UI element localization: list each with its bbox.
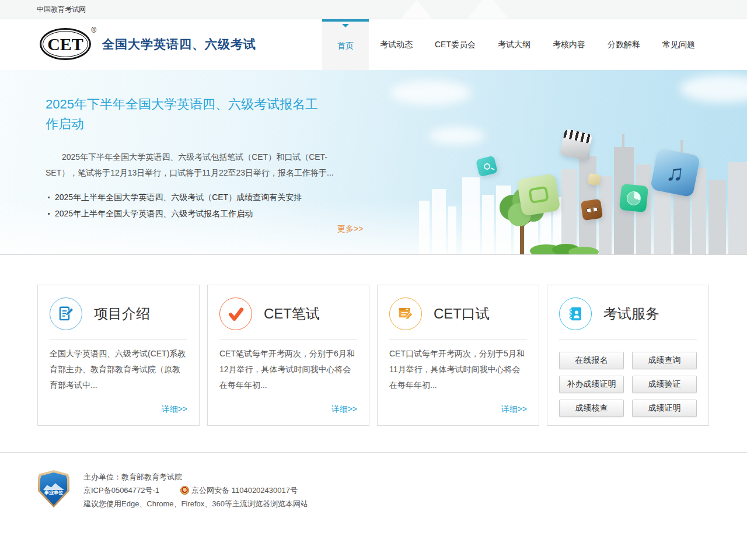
oral-test-icon (389, 298, 422, 330)
detail-link[interactable]: 详细>> (501, 404, 527, 415)
card-title: CET笔试 (264, 304, 320, 323)
hero-news-list: 2025年上半年全国大学英语四、六级考试（CET）成绩查询有关安排 2025年上… (47, 189, 302, 222)
divider (389, 339, 527, 340)
decor-cube-small (588, 173, 601, 186)
page: 中国教育考试网 CET ® 全国大学英语四、六级考试 首页 考试动态 CET委员… (0, 0, 747, 560)
nav-item-cet-committee[interactable]: CET委员会 (424, 19, 487, 70)
icp-filing-link[interactable]: 京ICP备05064772号-1 (83, 484, 159, 497)
score-verification-button[interactable]: 成绩验证 (632, 376, 697, 393)
card-text: 全国大学英语四、六级考试(CET)系教育部主办、教育部教育考试院（原教育部考试中… (50, 346, 187, 393)
police-badge-icon (180, 486, 189, 495)
contact-book-icon (559, 298, 592, 330)
card-text: CET笔试每年开考两次，分别于6月和12月举行，具体考试时间我中心将会在每年年初… (219, 346, 357, 393)
card-head: CET笔试 (219, 285, 357, 339)
nav-item-home[interactable]: 首页 (322, 19, 369, 70)
divider (559, 339, 697, 340)
magnifier-icon (483, 162, 490, 170)
decor-cube-grid (581, 199, 603, 220)
card-cet-written-test: CET笔试 CET笔试每年开考两次，分别于6月和12月举行，具体考试时间我中心将… (207, 285, 369, 426)
more-link[interactable]: 更多>> (337, 224, 363, 235)
music-note-icon: ♫ (665, 159, 685, 187)
piano-keys-icon (563, 128, 592, 144)
main-nav: 首页 考试动态 CET委员会 考试大纲 考核内容 分数解释 常见问题 (322, 19, 706, 70)
card-head: CET口试 (389, 285, 527, 339)
score-query-button[interactable]: 成绩查询 (632, 352, 697, 369)
score-certificate-button[interactable]: 成绩证明 (632, 400, 697, 417)
decor-cube-speech (516, 173, 560, 216)
nav-item-faq[interactable]: 常见问题 (651, 19, 706, 70)
hero-summary: 2025年下半年全国大学英语四、六级考试包括笔试（CET）和口试（CET-SET… (46, 149, 337, 181)
card-project-intro: 项目介绍 全国大学英语四、六级考试(CET)系教育部主办、教育部教育考试院（原教… (37, 285, 200, 426)
news-item[interactable]: 2025年上半年全国大学英语四、六级考试（CET）成绩查询有关安排 (47, 189, 302, 205)
reissue-certificate-button[interactable]: 补办成绩证明 (559, 376, 624, 393)
card-cet-oral-test: CET口试 CET口试每年开考两次，分别于5月和11月举行，具体考试时间我中心将… (377, 285, 539, 426)
cards-section: 项目介绍 全国大学英语四、六级考试(CET)系教育部主办、教育部教育考试院（原教… (0, 255, 747, 453)
browser-tip: 建议您使用Edge、Chrome、Firefox、360等主流浏览器浏览本网站 (83, 497, 308, 510)
detail-link[interactable]: 详细>> (162, 404, 187, 415)
card-title: 考试服务 (603, 304, 659, 323)
host-organization: 主办单位：教育部教育考试院 (83, 470, 308, 484)
footer: 事业单位 主办单位：教育部教育考试院 京ICP备05064772号-1 京公网安… (0, 453, 747, 510)
card-title: CET口试 (434, 304, 490, 323)
topbar: 中国教育考试网 (0, 0, 747, 19)
grid-icon (586, 206, 598, 213)
online-registration-button[interactable]: 在线报名 (559, 352, 624, 369)
brand-home-link[interactable]: CET ® 全国大学英语四、六级考试 (40, 28, 256, 60)
detail-link[interactable]: 详细>> (331, 404, 357, 415)
nav-item-score-explanation[interactable]: 分数解释 (596, 19, 651, 70)
site-title: 全国大学英语四、六级考试 (102, 36, 256, 52)
service-button-grid: 在线报名 成绩查询 补办成绩证明 成绩验证 成绩核查 成绩证明 (559, 352, 697, 417)
registered-mark-icon: ® (91, 26, 96, 34)
card-exam-services: 考试服务 在线报名 成绩查询 补办成绩证明 成绩验证 成绩核查 成绩证明 (547, 285, 709, 426)
document-pencil-icon (50, 298, 82, 330)
card-text: CET口试每年开考两次，分别于5月和11月举行，具体考试时间我中心将会在每年年初… (389, 346, 527, 393)
divider (50, 339, 187, 340)
pie-chart-icon (626, 190, 641, 205)
header: CET ® 全国大学英语四、六级考试 首页 考试动态 CET委员会 考试大纲 考… (0, 19, 747, 70)
nav-item-exam-news[interactable]: 考试动态 (369, 19, 424, 70)
divider (219, 339, 357, 340)
speech-bubble-icon (528, 186, 549, 204)
mountain-watermark-icon (461, 0, 515, 19)
nav-item-assessment-content[interactable]: 考核内容 (542, 19, 596, 70)
mountain-watermark-icon (395, 0, 439, 19)
badge-label: 事业单位 (40, 489, 67, 496)
hero-headline-link[interactable]: 2025年下半年全国大学英语四、六级考试报名工作启动 (46, 94, 324, 134)
checkmark-icon (219, 298, 252, 330)
card-head: 考试服务 (559, 285, 697, 339)
public-security-filing-link[interactable]: 京公网安备 11040202430017号 (191, 484, 298, 497)
footer-text: 主办单位：教育部教育考试院 京ICP备05064772号-1 京公网安备 110… (83, 470, 308, 510)
news-item[interactable]: 2025年上半年全国大学英语四、六级考试报名工作启动 (47, 205, 302, 222)
decor-cube-chart (619, 184, 648, 213)
shield-icon: 事业单位 (40, 473, 67, 505)
cet-logo: CET ® (40, 28, 91, 60)
score-recheck-button[interactable]: 成绩核查 (559, 400, 624, 417)
card-head: 项目介绍 (50, 285, 187, 339)
nav-item-exam-outline[interactable]: 考试大纲 (487, 19, 542, 70)
hero-banner: ♫ 2025年下半年全国大学英语四、六级考试报名工作启动 2025年下半年全国大… (0, 70, 747, 255)
decor-cube-music: ♫ (650, 148, 700, 198)
cloud-decor (390, 80, 472, 105)
cloud-decor (680, 75, 747, 103)
public-institution-badge: 事业单位 (38, 470, 69, 508)
topbar-site-link[interactable]: 中国教育考试网 (37, 0, 86, 19)
card-title: 项目介绍 (94, 304, 150, 323)
cet-logo-text: CET (47, 34, 83, 54)
